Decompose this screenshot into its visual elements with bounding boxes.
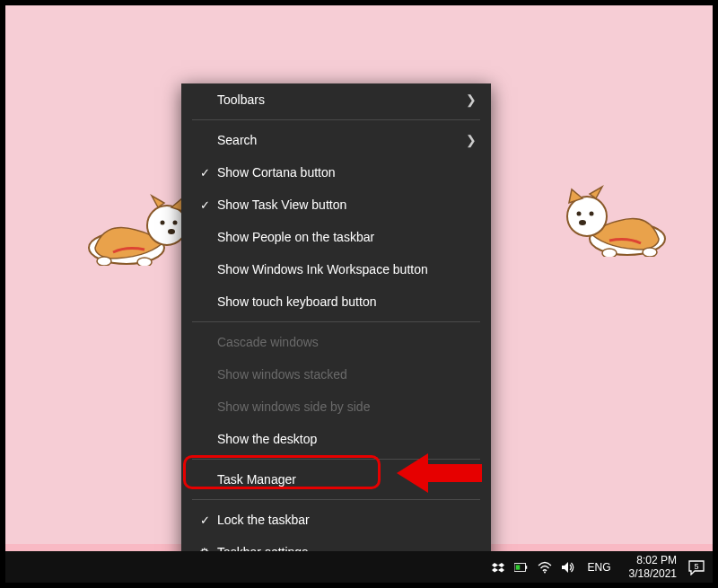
- svg-point-10: [577, 212, 582, 216]
- menu-search[interactable]: Search ❯: [181, 124, 491, 156]
- checkmark-icon: ✓: [196, 513, 214, 527]
- wallpaper-dog-right: [565, 176, 672, 257]
- system-tray: ENG: [491, 560, 622, 575]
- menu-toolbars[interactable]: Toolbars ❯: [181, 83, 491, 116]
- svg-point-5: [97, 257, 111, 266]
- svg-point-18: [544, 571, 546, 573]
- menu-show-people-label: Show People on the taskbar: [217, 230, 477, 244]
- menu-lock-taskbar[interactable]: ✓ Lock the taskbar: [181, 504, 491, 536]
- volume-tray-icon[interactable]: [561, 560, 575, 575]
- wallpaper-dog-left: [82, 185, 189, 266]
- menu-lock-taskbar-label: Lock the taskbar: [217, 513, 477, 527]
- battery-tray-icon[interactable]: [514, 560, 529, 575]
- svg-point-9: [590, 212, 594, 216]
- svg-rect-16: [525, 566, 527, 569]
- menu-stacked-label: Show windows stacked: [217, 367, 477, 382]
- divider: [192, 119, 480, 120]
- menu-show-touch-kb-label: Show touch keyboard button: [217, 294, 477, 309]
- menu-show-cortana[interactable]: ✓ Show Cortana button: [181, 156, 491, 189]
- clock-time: 8:02 PM: [629, 554, 677, 566]
- divider: [192, 321, 480, 322]
- svg-rect-17: [515, 565, 519, 569]
- menu-show-desktop-label: Show the desktop: [217, 432, 477, 446]
- svg-point-2: [161, 221, 165, 225]
- svg-marker-14: [397, 453, 482, 493]
- svg-point-6: [137, 258, 152, 266]
- menu-show-touch-keyboard[interactable]: Show touch keyboard button: [181, 285, 491, 318]
- language-indicator[interactable]: ENG: [584, 561, 615, 574]
- menu-show-task-view-label: Show Task View button: [217, 197, 477, 212]
- clock[interactable]: 8:02 PM 3/18/2021: [622, 554, 684, 580]
- menu-cascade-windows: Cascade windows: [181, 326, 491, 358]
- annotation-arrow-icon: [397, 449, 482, 498]
- menu-cascade-label: Cascade windows: [217, 335, 477, 349]
- menu-windows-side-by-side: Show windows side by side: [181, 391, 491, 423]
- wifi-tray-icon[interactable]: [538, 560, 552, 575]
- menu-show-ink-label: Show Windows Ink Workspace button: [217, 262, 477, 276]
- taskbar[interactable]: ENG 8:02 PM 3/18/2021 5: [5, 551, 713, 583]
- chevron-right-icon: ❯: [466, 92, 477, 107]
- dropbox-tray-icon[interactable]: [491, 560, 505, 575]
- clock-date: 3/18/2021: [629, 567, 677, 580]
- svg-text:5: 5: [694, 562, 698, 571]
- svg-point-11: [579, 220, 586, 225]
- svg-point-3: [173, 221, 178, 225]
- checkmark-icon: ✓: [196, 166, 214, 180]
- menu-show-task-view[interactable]: ✓ Show Task View button: [181, 189, 491, 221]
- menu-show-ink[interactable]: Show Windows Ink Workspace button: [181, 253, 491, 285]
- chevron-right-icon: ❯: [466, 133, 477, 147]
- svg-point-4: [168, 229, 175, 234]
- svg-point-8: [567, 197, 607, 236]
- menu-search-label: Search: [217, 133, 466, 147]
- menu-show-people[interactable]: Show People on the taskbar: [181, 221, 491, 253]
- checkmark-icon: ✓: [196, 198, 214, 212]
- svg-point-13: [602, 249, 617, 257]
- divider: [192, 499, 480, 500]
- menu-windows-stacked: Show windows stacked: [181, 358, 491, 391]
- menu-toolbars-label: Toolbars: [217, 92, 466, 107]
- menu-show-cortana-label: Show Cortana button: [217, 165, 477, 180]
- action-center-icon[interactable]: 5: [684, 559, 709, 575]
- svg-point-12: [643, 248, 657, 257]
- menu-side-by-side-label: Show windows side by side: [217, 399, 477, 414]
